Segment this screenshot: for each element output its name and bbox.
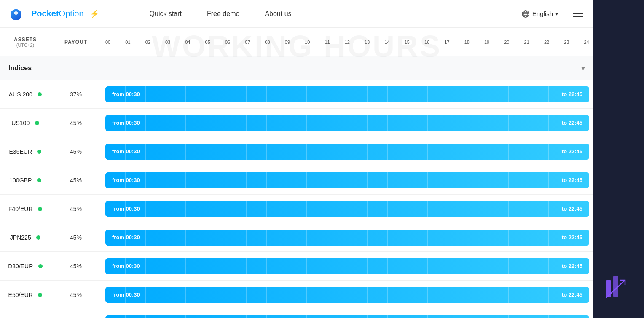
asset-payout: 45% [51,263,101,270]
hour-label-00: 00 [105,40,110,45]
hour-labels: 0001020304050607080910111213141516171819… [105,40,589,45]
asset-active-dot [36,235,40,240]
asset-name-col: E50/EUR [0,291,51,299]
bar-from: from 00:30 [112,177,140,183]
asset-name: AUS 200 [9,91,32,98]
hours-bar[interactable]: from 00:30 to 22:45 [105,201,589,217]
hour-label-12: 12 [345,40,350,45]
right-sidebar [593,0,644,318]
indices-chevron-icon: ▾ [581,64,585,73]
asset-active-dot [38,207,42,211]
asset-name: JPN225 [10,234,31,241]
asset-row: SP500 45% from 00:30 to 22:45 [0,309,593,318]
asset-name-col: F40/EUR [0,205,51,213]
asset-name-col: 100GBP [0,176,51,184]
asset-name-col: US100 [0,119,51,127]
bar-from: from 00:30 [112,234,140,241]
asset-bar-col: from 00:30 to 22:45 [101,315,593,318]
asset-row: E50/EUR 45% from 00:30 to 22:45 [0,281,593,309]
asset-bar-col: from 00:30 to 22:45 [101,258,593,274]
asset-name: E50/EUR [8,291,33,298]
asset-name-col: JPN225 [0,234,51,241]
asset-bar-col: from 00:30 to 22:45 [101,287,593,303]
bar-to: to 22:45 [562,234,582,241]
hour-label-19: 19 [484,40,489,45]
hour-label-21: 21 [524,40,529,45]
asset-row: JPN225 45% from 00:30 to 22:45 [0,223,593,252]
hour-label-16: 16 [424,40,429,45]
bar-to: to 22:45 [562,291,582,298]
pocket-option-logo-icon [10,5,27,22]
hour-label-06: 06 [225,40,230,45]
language-selector[interactable]: English ▾ [521,10,558,18]
asset-name: D30/EUR [8,263,33,270]
hamburger-menu[interactable] [573,11,583,17]
hours-bar[interactable]: from 00:30 to 22:45 [105,315,589,318]
bar-to: to 22:45 [562,206,582,212]
asset-bar-col: from 00:30 to 22:45 [101,201,593,217]
hour-label-04: 04 [185,40,190,45]
asset-row: F40/EUR 45% from 00:30 to 22:45 [0,195,593,223]
hours-bar[interactable]: from 00:30 to 22:45 [105,86,589,102]
bar-from: from 00:30 [112,148,140,155]
asset-bar-col: from 00:30 to 22:45 [101,172,593,188]
asset-active-dot [37,178,41,182]
indices-category-row[interactable]: Indices ▾ [0,56,593,80]
hour-label-17: 17 [444,40,449,45]
hour-label-05: 05 [205,40,210,45]
nav-about-us[interactable]: About us [265,10,291,18]
hour-label-11: 11 [325,40,330,45]
asset-bar-col: from 00:30 to 22:45 [101,86,593,102]
working-hours-section: WORKING HOURS ASSETS (UTC+2) PAYOUT 0001… [0,28,593,318]
hour-label-23: 23 [564,40,569,45]
asset-payout: 45% [51,120,101,126]
asset-payout: 45% [51,234,101,241]
asset-payout: 37% [51,91,101,98]
hamburger-line-1 [573,11,583,11]
nav-links: Quick start Free demo About us [150,10,292,18]
asset-active-dot [37,150,41,154]
asset-bar-col: from 00:30 to 22:45 [101,115,593,131]
hour-label-03: 03 [165,40,170,45]
asset-active-dot [35,121,39,125]
bar-to: to 22:45 [562,91,582,97]
assets-column-header: ASSETS (UTC+2) [0,37,51,48]
hours-bar[interactable]: from 00:30 to 22:45 [105,230,589,246]
hour-label-13: 13 [365,40,370,45]
asset-payout: 45% [51,291,101,298]
asset-bar-col: from 00:30 to 22:45 [101,230,593,246]
logo-area[interactable]: PocketOption ⚡ [10,5,99,22]
bar-from: from 00:30 [112,120,140,126]
asset-bar-col: from 00:30 to 22:45 [101,144,593,160]
hour-label-07: 07 [245,40,250,45]
hours-bar[interactable]: from 00:30 to 22:45 [105,115,589,131]
navbar: PocketOption ⚡ Quick start Free demo Abo… [0,0,593,28]
bar-to: to 22:45 [562,148,582,155]
hours-bar[interactable]: from 00:30 to 22:45 [105,144,589,160]
hour-label-24: 24 [584,40,589,45]
sidebar-logo-icon [604,272,633,301]
bar-from: from 00:30 [112,91,140,97]
language-label: English [532,10,553,17]
asset-row: E35EUR 45% from 00:30 to 22:45 [0,137,593,166]
language-chevron-icon: ▾ [555,11,558,17]
bar-to: to 22:45 [562,120,582,126]
hour-label-20: 20 [504,40,509,45]
bar-to: to 22:45 [562,263,582,269]
hour-label-09: 09 [285,40,290,45]
asset-name-col: AUS 200 [0,91,51,98]
nav-quick-start[interactable]: Quick start [150,10,182,18]
hours-bar[interactable]: from 00:30 to 22:45 [105,258,589,274]
hours-bar[interactable]: from 00:30 to 22:45 [105,287,589,303]
asset-payout: 45% [51,177,101,184]
nav-right: English ▾ [521,10,583,18]
asset-name: 100GBP [9,177,32,184]
indices-label: Indices [8,64,581,72]
asset-row: US100 45% from 00:30 to 22:45 [0,109,593,137]
asset-active-dot [38,293,42,297]
nav-free-demo[interactable]: Free demo [207,10,239,18]
asset-payout: 45% [51,148,101,155]
bar-from: from 00:30 [112,263,140,269]
hours-bar[interactable]: from 00:30 to 22:45 [105,172,589,188]
hour-label-14: 14 [384,40,389,45]
